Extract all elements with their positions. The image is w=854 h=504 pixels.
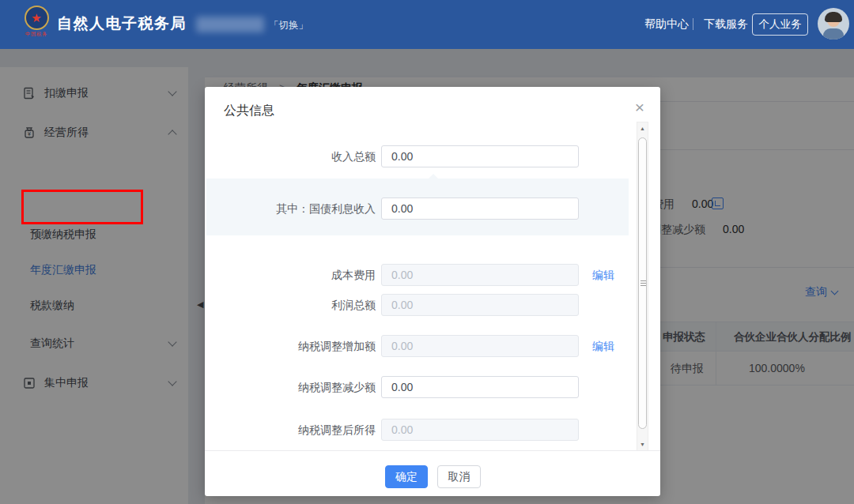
treasury-interest-input[interactable] bbox=[381, 197, 579, 220]
redacted-taxpayer-name bbox=[196, 17, 264, 32]
close-icon[interactable]: × bbox=[635, 99, 644, 115]
highlight-notch bbox=[428, 174, 439, 179]
edit-cost-expense-link[interactable]: 编辑 bbox=[592, 264, 614, 286]
scroll-down-icon[interactable]: ▼ bbox=[637, 438, 648, 450]
total-profit-input bbox=[381, 294, 579, 316]
screen: ★ 中国税务 自然人电子税务局 「切换」 帮助中心 下载服务 个人业务 扣缴申报… bbox=[0, 0, 854, 504]
personal-business-button[interactable]: 个人业务 bbox=[752, 13, 808, 36]
switch-entity-link[interactable]: 「切换」 bbox=[269, 19, 308, 32]
footer-divider bbox=[205, 450, 660, 451]
income-after-adjust-input bbox=[381, 419, 579, 441]
tax-bureau-logo-icon: ★ 中国税务 bbox=[21, 6, 51, 43]
edit-tax-adjust-increase-link[interactable]: 编辑 bbox=[592, 335, 614, 357]
field-label-total-income: 收入总额 bbox=[205, 145, 376, 167]
cancel-button[interactable]: 取消 bbox=[437, 465, 481, 488]
tax-adjust-decrease-input[interactable] bbox=[381, 376, 579, 398]
scrollbar-grip-icon bbox=[640, 280, 646, 287]
tax-adjust-increase-input bbox=[381, 335, 579, 357]
field-label-cost-expense: 成本费用 bbox=[205, 264, 376, 286]
field-label-tax-adjust-increase: 纳税调整增加额 bbox=[205, 335, 376, 357]
field-label-treasury-interest: 其中：国债利息收入 bbox=[205, 197, 376, 220]
dialog-scrollbar[interactable]: ▲ ▼ bbox=[637, 122, 648, 451]
scrollbar-thumb[interactable] bbox=[638, 137, 647, 429]
header-divider bbox=[693, 18, 693, 30]
field-label-tax-adjust-decrease: 纳税调整减少额 bbox=[205, 376, 376, 398]
public-info-dialog: 公共信息 × 收入总额 其中：国债利息收入 成本费用 编辑 利润总额 纳税调整增… bbox=[205, 87, 660, 496]
user-avatar[interactable] bbox=[818, 8, 849, 39]
app-title: 自然人电子税务局 bbox=[57, 13, 187, 34]
field-label-total-profit: 利润总额 bbox=[205, 294, 376, 316]
scroll-up-icon[interactable]: ▲ bbox=[637, 122, 648, 134]
cost-expense-input bbox=[381, 264, 579, 286]
total-income-input[interactable] bbox=[381, 145, 579, 167]
confirm-button[interactable]: 确定 bbox=[385, 465, 428, 488]
top-navbar: ★ 中国税务 自然人电子税务局 「切换」 帮助中心 下载服务 个人业务 bbox=[0, 0, 854, 49]
red-highlight-annotation bbox=[21, 190, 143, 224]
field-label-income-after-adjust: 纳税调整后所得 bbox=[205, 419, 376, 441]
help-center-link[interactable]: 帮助中心 bbox=[644, 17, 689, 32]
dialog-title: 公共信息 bbox=[224, 103, 274, 119]
download-service-link[interactable]: 下载服务 bbox=[704, 17, 748, 32]
